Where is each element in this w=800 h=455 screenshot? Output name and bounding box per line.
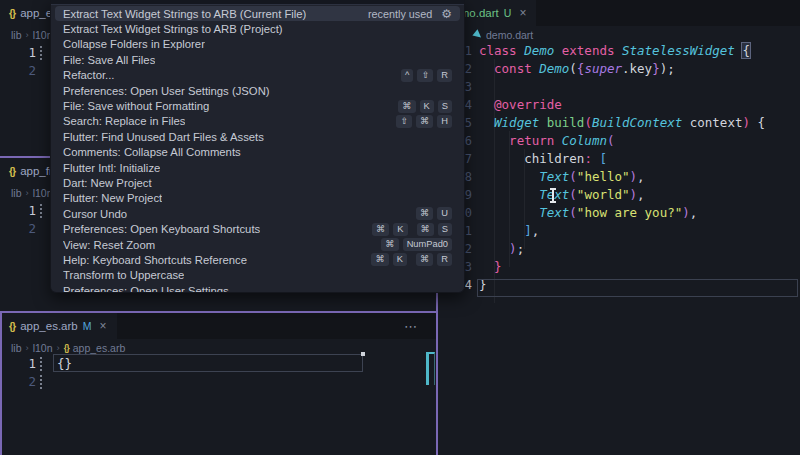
breadcrumb: demo.dart: [438, 27, 800, 42]
breadcrumb-item[interactable]: lib: [11, 187, 22, 199]
breadcrumb-item[interactable]: demo.dart: [486, 29, 533, 41]
breadcrumb-item[interactable]: l10n: [33, 342, 53, 354]
keybinding-group: ⌘S: [417, 223, 453, 236]
breadcrumb-item[interactable]: lib: [11, 29, 22, 41]
editor-group-demo-dart: demo.dart U × demo.dart 1234567891011121…: [438, 0, 800, 455]
code-line[interactable]: );: [479, 240, 524, 258]
git-untracked-badge: U: [504, 7, 512, 19]
keybinding-group: ⌘R: [416, 253, 452, 266]
palette-item[interactable]: Flutter: Find Unused Dart Files & Assets: [55, 129, 460, 144]
palette-item[interactable]: Dart: New Project: [55, 175, 460, 190]
keybinding-group: ⌘K: [372, 223, 408, 236]
tab-label: app_es.arb: [20, 320, 78, 332]
palette-item[interactable]: Search: Replace in Files ⇧⌘H: [55, 114, 460, 129]
chevron-right-icon: ›: [26, 342, 29, 353]
code-line[interactable]: Text("how are you?"),: [479, 204, 697, 222]
palette-item[interactable]: Collapse Folders in Explorer: [55, 37, 460, 52]
palette-item[interactable]: Extract Text Widget Strings to ARB (Proj…: [55, 21, 460, 36]
palette-item[interactable]: Preferences: Open User Settings (JSON): [55, 83, 460, 98]
breadcrumb: lib › l10n › {} app_es.arb: [0, 340, 436, 355]
code-line[interactable]: Text("world"),: [479, 186, 645, 204]
line-number: 1: [6, 45, 36, 60]
palette-item[interactable]: Flutter: New Project: [55, 191, 460, 206]
command-palette: Extract Text Widget Strings to ARB (Curr…: [50, 0, 465, 293]
line-number: 1: [6, 203, 36, 218]
keybinding-group: ^⇧R: [401, 69, 452, 82]
palette-item-label: Preferences: Open User Settings: [63, 285, 229, 293]
palette-item-label: View: Reset Zoom: [63, 239, 155, 251]
editor-group-app-es: {} app_es.arb M × ⋯ lib › l10n › {} app_…: [0, 313, 436, 455]
palette-item[interactable]: File: Save without Formatting ⌘KS: [55, 98, 460, 113]
tabbar-app-es: {} app_es.arb M ×: [0, 313, 436, 339]
code-line[interactable]: }: [479, 258, 502, 276]
keybinding-key: ⌘: [416, 207, 433, 220]
breadcrumb-item[interactable]: lib: [11, 342, 22, 354]
code-line[interactable]: ],: [479, 222, 539, 240]
tab-app-es[interactable]: {} app_es.arb M ×: [0, 313, 117, 339]
tabbar-demo-dart: demo.dart U ×: [438, 0, 800, 26]
vscode-workbench: {} app_en.arb lib › l10n 1 2 {} app_fr.a…: [0, 0, 800, 455]
json-file-icon: {}: [64, 343, 69, 353]
palette-item-label: File: Save All Files: [63, 54, 155, 66]
dart-file-icon: [472, 29, 483, 40]
palette-item[interactable]: View: Reset Zoom ⌘NumPad0: [55, 237, 460, 252]
code-line[interactable]: const Demo({super.key});: [479, 60, 675, 78]
palette-item-label: Comments: Collapse All Comments: [63, 146, 241, 158]
keybinding-key: ⌘: [371, 253, 388, 266]
palette-item-label: Extract Text Widget Strings to ARB (Curr…: [63, 8, 306, 20]
palette-item[interactable]: Transform to Uppercase: [55, 268, 460, 283]
palette-item[interactable]: Cursor Undo ⌘U: [55, 206, 460, 221]
palette-item[interactable]: Flutter Intl: Initialize: [55, 160, 460, 175]
palette-item[interactable]: Refactor... ^⇧R: [55, 68, 460, 83]
close-icon[interactable]: ×: [99, 319, 106, 333]
code-line[interactable]: @override: [479, 96, 562, 114]
keybinding-key: S: [438, 100, 452, 113]
palette-item[interactable]: File: Save All Files: [55, 52, 460, 67]
palette-item-label: Search: Replace in Files: [63, 115, 185, 127]
chevron-right-icon: ›: [57, 342, 60, 353]
code-line[interactable]: children: [: [479, 150, 607, 168]
palette-item-label: Preferences: Open User Settings (JSON): [63, 85, 270, 97]
command-palette-input-edge[interactable]: [51, 0, 464, 5]
group-divider[interactable]: [0, 311, 2, 455]
keybinding-key: R: [437, 69, 452, 82]
line-number: 1: [6, 356, 36, 371]
line-number: 2: [6, 63, 36, 78]
chevron-right-icon: ›: [26, 29, 29, 40]
current-line-highlight: [53, 354, 363, 372]
palette-item-label: File: Save without Formatting: [63, 100, 209, 112]
more-actions-icon[interactable]: ⋯: [404, 319, 418, 334]
code-editor[interactable]: 1234567891011121314 class Demo extends S…: [438, 41, 800, 455]
keybinding-key: K: [393, 253, 407, 266]
keybinding-group: ⌘KS: [398, 100, 452, 113]
breadcrumb-item[interactable]: app_es.arb: [73, 342, 126, 354]
gutter-modified-indicator: [40, 357, 42, 371]
palette-item[interactable]: Extract Text Widget Strings to ARB (Curr…: [55, 6, 460, 21]
code-line[interactable]: return Column(: [479, 132, 614, 150]
gutter-modified-indicator: [40, 375, 42, 389]
palette-item-label: Flutter: Find Unused Dart Files & Assets: [63, 131, 264, 143]
gutter-modified-indicator: [40, 204, 42, 218]
keybinding-group: ⌘NumPad0: [381, 238, 452, 251]
keybinding-key: ⌘: [416, 115, 433, 128]
group-divider[interactable]: [0, 311, 437, 313]
code-line[interactable]: Widget build(BuildContext context) {: [479, 114, 765, 132]
gear-icon[interactable]: ⚙: [441, 8, 452, 20]
json-file-icon: {}: [9, 165, 15, 177]
close-icon[interactable]: ×: [519, 6, 526, 20]
palette-item[interactable]: Comments: Collapse All Comments: [55, 145, 460, 160]
palette-item-label: Transform to Uppercase: [63, 269, 184, 281]
command-palette-list: Extract Text Widget Strings to ARB (Curr…: [51, 6, 464, 293]
keybinding-key: H: [437, 115, 452, 128]
palette-item-label: Dart: New Project: [63, 177, 152, 189]
keybinding-group: ⇧⌘H: [396, 115, 452, 128]
palette-item[interactable]: Help: Keyboard Shortcuts Reference ⌘K⌘R: [55, 252, 460, 267]
palette-item[interactable]: Preferences: Open Keyboard Shortcuts ⌘K⌘…: [55, 221, 460, 236]
keybinding-key: NumPad0: [403, 238, 452, 251]
code-line[interactable]: class Demo extends StatelessWidget {: [479, 42, 750, 60]
palette-item-label: Preferences: Open Keyboard Shortcuts: [63, 223, 260, 235]
code-line[interactable]: Text("hello"),: [479, 168, 645, 186]
chevron-right-icon: ›: [26, 187, 29, 198]
keybinding-key: K: [393, 223, 407, 236]
palette-item[interactable]: Preferences: Open User Settings: [55, 283, 460, 293]
